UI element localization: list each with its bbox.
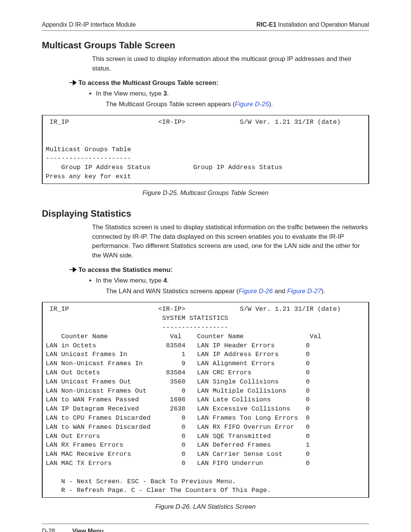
terminal-statistics: IR_IP <IR-IP> S/W Ver. 1.21 31/IR (date)… xyxy=(42,302,369,498)
procedure-statistics: To access the Statistics menu: xyxy=(78,266,369,274)
bullet-statistics: In the View menu, type 4. xyxy=(96,277,369,284)
procedure-statistics-text: To access the Statistics menu: xyxy=(78,266,172,273)
heading-multicast: Multicast Groups Table Screen xyxy=(42,40,369,51)
caption-d26: Figure D-26. LAN Statistics Screen xyxy=(42,503,369,511)
header-right-bold: RIC-E1 xyxy=(256,21,276,28)
procedure-multicast: To access the Multicast Groups Table scr… xyxy=(78,79,369,87)
result-mid: and xyxy=(273,288,287,295)
bullet-post: . xyxy=(167,90,169,97)
procedure-multicast-text: To access the Multicast Groups Table scr… xyxy=(78,79,218,86)
bullet-bold: 3 xyxy=(163,90,167,97)
para-multicast: This screen is used to display informati… xyxy=(92,54,369,73)
caption-d25: Figure D-25. Multicast Groups Table Scre… xyxy=(42,189,369,197)
arrow-icon xyxy=(69,267,77,272)
footer-title: View Menu xyxy=(72,528,104,532)
header-right-rest: Installation and Operation Manual xyxy=(276,21,369,28)
result-pre: The Multicast Groups Table screen appear… xyxy=(106,101,235,108)
header-right: RIC-E1 Installation and Operation Manual xyxy=(256,21,369,28)
result-pre-2: The LAN and WAN Statistics screens appea… xyxy=(106,288,239,295)
bullet-pre: In the View menu, type xyxy=(96,90,163,97)
result-post: ). xyxy=(269,101,273,108)
terminal-multicast: IR_IP <IR-IP> S/W Ver. 1.21 31/IR (date)… xyxy=(42,115,369,184)
heading-statistics: Displaying Statistics xyxy=(42,208,369,219)
arrow-icon xyxy=(69,80,77,85)
footer-line1: D-28 View Menu xyxy=(42,528,369,532)
result-statistics: The LAN and WAN Statistics screens appea… xyxy=(106,288,369,295)
bullet-post-2: . xyxy=(167,277,169,284)
figref-d26[interactable]: Figure D-26 xyxy=(239,288,273,295)
page-header: Appendix D IR-IP Interface Module RIC-E1… xyxy=(42,21,369,31)
result-multicast: The Multicast Groups Table screen appear… xyxy=(106,101,369,108)
header-left: Appendix D IR-IP Interface Module xyxy=(42,21,136,28)
footer-rule xyxy=(42,524,369,524)
page-number: D-28 xyxy=(42,528,72,532)
result-post-2: ). xyxy=(321,288,325,295)
para-statistics: The Statistics screen is used to display… xyxy=(92,223,369,260)
figref-d25[interactable]: Figure D-25 xyxy=(235,101,269,108)
bullet-multicast: In the View menu, type 3. xyxy=(96,90,369,97)
bullet-pre-2: In the View menu, type xyxy=(96,277,163,284)
figref-d27[interactable]: Figure D-27 xyxy=(287,288,322,295)
bullet-bold-2: 4 xyxy=(163,277,167,284)
